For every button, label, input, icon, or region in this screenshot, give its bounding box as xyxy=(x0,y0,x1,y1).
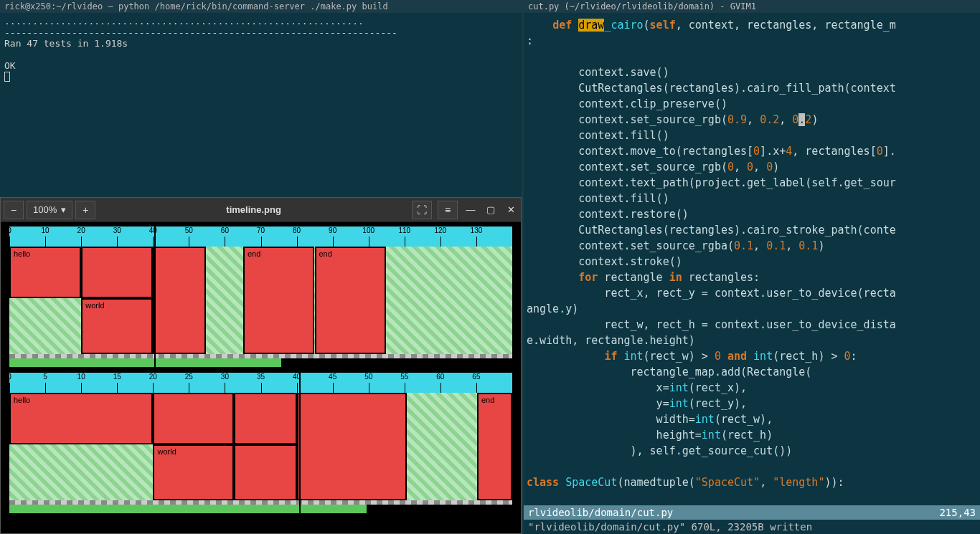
ruler-label: 20 xyxy=(149,373,157,381)
timeline-clip[interactable]: world xyxy=(81,298,153,354)
ruler-2: 05101520253035404550556065 xyxy=(9,373,512,393)
timeline-clip[interactable] xyxy=(297,393,407,500)
ruler-label: 80 xyxy=(293,227,301,234)
timeline-clip[interactable]: world xyxy=(153,444,233,500)
tracks-1: helloworldendend xyxy=(9,247,512,354)
timeline-clip[interactable]: hello xyxy=(9,393,153,444)
ruler-label: 65 xyxy=(472,373,480,381)
term-ok: OK xyxy=(4,60,517,72)
greenbar-2 xyxy=(9,505,367,513)
vim-statusline: rlvideolib/domain/cut.py 215,43 xyxy=(524,505,980,520)
ruler-label: 45 xyxy=(329,373,336,381)
timeline-clip[interactable] xyxy=(153,247,206,354)
timeline-2: 05101520253035404550556065 helloworldend xyxy=(9,373,512,518)
zoom-level[interactable]: 100% ▾ xyxy=(27,201,72,219)
ruler-label: 110 xyxy=(398,227,410,234)
ruler-label: 70 xyxy=(257,227,265,234)
ruler-label: 20 xyxy=(77,227,85,234)
ruler-label: 25 xyxy=(185,373,193,381)
timeline-clip[interactable]: end xyxy=(477,393,512,500)
ruler-label: 0 xyxy=(7,227,11,234)
ruler-label: 50 xyxy=(185,227,193,234)
terminal-body: ........................................… xyxy=(0,13,522,87)
ruler-label: 40 xyxy=(149,227,157,234)
minimize-button[interactable]: — xyxy=(463,203,478,217)
ruler-label: 130 xyxy=(471,227,483,234)
timeline-1: 0102030405060708090100110120130 hellowor… xyxy=(9,227,512,367)
tracks-2: helloworldend xyxy=(9,393,512,500)
ruler-label: 15 xyxy=(113,373,121,381)
term-cursor xyxy=(4,72,10,82)
ruler-label: 0 xyxy=(7,373,11,381)
chevron-down-icon: ▾ xyxy=(61,204,66,215)
zoom-value: 100% xyxy=(33,204,57,215)
gvim-pane: cut.py (~/rlvideo/rlvideolib/domain) - G… xyxy=(524,0,980,534)
terminal-title: rick@x250:~/rlvideo — python /home/rick/… xyxy=(0,0,522,13)
ruler-label: 35 xyxy=(257,373,265,381)
term-dots: ........................................… xyxy=(4,16,517,27)
ruler-label: 5 xyxy=(43,373,47,381)
term-tests: Ran 47 tests in 1.918s xyxy=(4,38,517,49)
ruler-1: 0102030405060708090100110120130 xyxy=(9,227,512,247)
ruler-label: 60 xyxy=(221,227,229,234)
timeline-clip[interactable] xyxy=(234,393,297,444)
greenbar-1 xyxy=(9,358,281,367)
image-title: timeline.png xyxy=(98,204,409,215)
close-button[interactable]: ✕ xyxy=(504,203,518,217)
timeline-clip[interactable]: end xyxy=(315,247,387,354)
timeline-clip[interactable]: hello xyxy=(9,247,81,298)
ruler-label: 30 xyxy=(113,227,121,234)
ruler-label: 30 xyxy=(221,373,229,381)
timeline-clip[interactable]: end xyxy=(243,247,315,354)
ruler-label: 100 xyxy=(362,227,374,234)
statusline-file: rlvideolib/domain/cut.py xyxy=(528,507,673,518)
playhead-2 xyxy=(299,373,301,518)
ruler-label: 120 xyxy=(435,227,447,234)
ruler-label: 90 xyxy=(329,227,336,234)
timeline-clip[interactable] xyxy=(81,247,153,298)
code-editor[interactable]: def draw_cairo(self, context, rectangles… xyxy=(524,13,980,505)
ruler-label: 50 xyxy=(364,373,372,381)
term-dashes: ----------------------------------------… xyxy=(4,27,517,39)
terminal[interactable]: rick@x250:~/rlvideo — python /home/rick/… xyxy=(0,0,522,197)
maximize-button[interactable]: ▢ xyxy=(484,203,498,217)
ruler-label: 60 xyxy=(436,373,444,381)
timeline-image: 0102030405060708090100110120130 hellowor… xyxy=(4,225,518,530)
image-viewer-toolbar: − 100% ▾ + timeline.png ⛶ ≡ — ▢ ✕ xyxy=(1,198,521,222)
image-viewer: − 100% ▾ + timeline.png ⛶ ≡ — ▢ ✕ 010203… xyxy=(0,197,522,534)
playhead-1 xyxy=(154,227,156,367)
ruler-label: 10 xyxy=(42,227,50,234)
image-canvas: 0102030405060708090100110120130 hellowor… xyxy=(1,222,521,533)
zoom-out-button[interactable]: − xyxy=(4,201,24,219)
menu-button[interactable]: ≡ xyxy=(438,201,458,219)
zoom-in-button[interactable]: + xyxy=(75,201,95,219)
timeline-clip[interactable] xyxy=(153,393,233,444)
ruler-label: 10 xyxy=(77,373,85,381)
ruler-label: 55 xyxy=(400,373,408,381)
vim-cmdline: "rlvideolib/domain/cut.py" 670L, 23205B … xyxy=(524,520,980,534)
fullscreen-button[interactable]: ⛶ xyxy=(412,201,432,219)
gvim-title: cut.py (~/rlvideo/rlvideolib/domain) - G… xyxy=(524,0,980,13)
timeline-clip[interactable] xyxy=(234,444,297,500)
left-pane: rick@x250:~/rlvideo — python /home/rick/… xyxy=(0,0,524,534)
statusline-pos: 215,43 xyxy=(939,507,976,518)
